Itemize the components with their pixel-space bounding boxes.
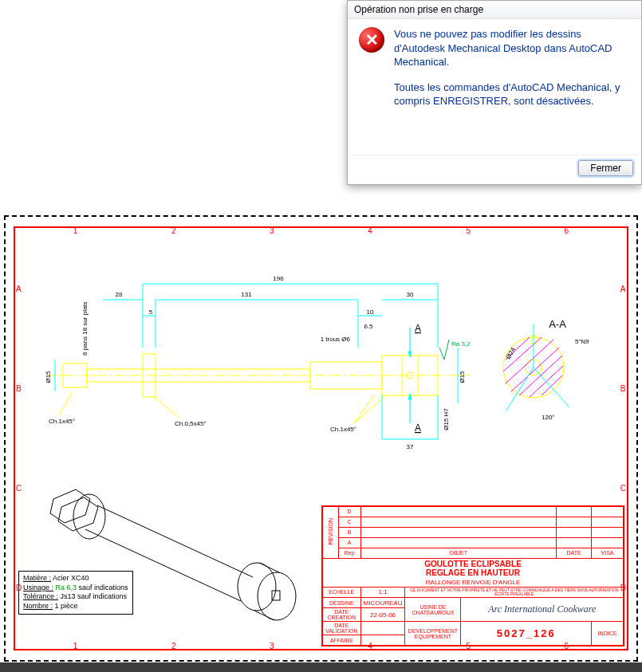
status-bar xyxy=(0,662,642,672)
ruler-num: 6 xyxy=(565,226,569,235)
ra-symbol: Ra 3,2 xyxy=(439,340,471,360)
ruler-num: 4 xyxy=(368,226,372,235)
dim-37: 37 xyxy=(407,443,414,450)
rev-cell: A xyxy=(338,537,360,548)
dim-n9: 5"N9 xyxy=(575,338,589,345)
ruler-letter: A xyxy=(16,285,22,293)
svg-line-43 xyxy=(534,367,569,407)
dim-d15r: Ø15 xyxy=(459,371,466,383)
echelle-lbl: ECHELLE xyxy=(323,587,361,598)
ruler-num: 1 xyxy=(73,226,78,235)
ruler-num: 3 xyxy=(270,642,274,650)
ruler-letter: A xyxy=(620,285,626,293)
svg-line-41 xyxy=(542,375,562,395)
rev-cell: C xyxy=(338,517,360,527)
svg-line-53 xyxy=(254,611,274,620)
affaire-lbl: AFFAIRE xyxy=(323,635,361,646)
section-mark-top: A xyxy=(415,323,421,334)
indice-lbl: INDICE xyxy=(592,622,624,646)
error-dialog: Opération non prise en charge ✕ Vous ne … xyxy=(347,0,642,185)
material-block: Matière : Acier XC40 Usinage : Ra 6,3 sa… xyxy=(18,571,133,615)
echelle-val: 1:1 xyxy=(360,587,405,598)
note-ch05: Ch.0,5x45° xyxy=(175,420,207,427)
hdr-date: DATE xyxy=(557,548,592,558)
svg-line-28 xyxy=(59,391,73,415)
rev-cell: D xyxy=(338,506,360,517)
dim-d15l: Ø15 xyxy=(45,371,52,383)
drawing-frame: 1 2 3 4 5 6 1 2 3 4 5 6 A B C D A B C D xyxy=(14,226,628,650)
title-block: REVISION D C B A Rep OBJET DATE VISA GOU… xyxy=(321,505,624,647)
title1: GOULOTTE ECLIPSABLE xyxy=(424,560,522,568)
section-title: A-A xyxy=(549,318,566,330)
usine: USINE DE CHATEAUROUX xyxy=(405,598,461,622)
nb-lbl: Nombre : xyxy=(23,602,53,610)
dateval-lbl: DATE VALIDATION xyxy=(323,622,361,635)
svg-marker-45 xyxy=(50,489,90,523)
drawing-sheet: 1 2 3 4 5 6 1 2 3 4 5 6 A B C D A B C D xyxy=(4,215,638,662)
rev-cell: B xyxy=(338,527,360,537)
svg-marker-26 xyxy=(408,352,412,357)
dessine-lbl: DESSINE xyxy=(323,598,361,608)
dialog-message: Vous ne pouvez pas modifier les dessins … xyxy=(394,27,630,151)
close-button[interactable]: Fermer xyxy=(578,160,633,176)
note-ch1: Ch.1x45° xyxy=(49,418,75,425)
svg-line-31 xyxy=(354,395,386,423)
datecrea-lbl: DATE CREATION xyxy=(323,608,361,622)
svg-marker-27 xyxy=(408,394,412,399)
dialog-footer: Fermer xyxy=(348,155,641,184)
mat-val: Acier XC40 xyxy=(53,574,89,582)
error-icon: ✕ xyxy=(359,27,384,53)
title2: REGLAGE EN HAUTEUR xyxy=(426,568,520,577)
dialog-title: Opération non prise en charge xyxy=(348,1,641,19)
usi-lbl: Usinage : xyxy=(23,584,53,591)
mat-lbl: Matière : xyxy=(23,574,51,582)
cad-views: 196 131 28 5 10 30 6.5 1 trous Ø6 37 Ø15… xyxy=(39,252,613,467)
ruler-num: 5 xyxy=(466,226,471,235)
dim-d24: Ø24 xyxy=(505,346,518,360)
svg-line-42 xyxy=(506,367,534,411)
svg-line-52 xyxy=(259,563,279,572)
dim-5: 5 xyxy=(149,308,153,316)
ruler-num: 2 xyxy=(171,226,176,235)
dim-ang120: 120° xyxy=(542,414,555,421)
svg-line-37 xyxy=(506,340,553,383)
ruler-top: 1 2 3 4 5 6 xyxy=(26,226,616,235)
dessine-val: MICOUREAU xyxy=(360,598,405,608)
dim-131: 131 xyxy=(241,291,252,298)
dim-28: 28 xyxy=(116,291,123,298)
dept: DEVELOPPEMENT EQUIPEMENT xyxy=(405,622,461,646)
dwg-number: 5027_126 xyxy=(461,622,592,646)
usi-txt: sauf indications xyxy=(77,584,128,591)
ruler-num: 2 xyxy=(171,642,176,650)
svg-marker-46 xyxy=(58,497,98,531)
datecrea-val: 22-05-06 xyxy=(360,608,405,622)
note-plats: 6 pans 18 sur plats xyxy=(81,301,89,356)
svg-point-51 xyxy=(258,572,296,620)
dialog-msg-1: Vous ne pouvez pas modifier les dessins … xyxy=(394,27,630,69)
svg-point-50 xyxy=(238,563,276,611)
dim-196: 196 xyxy=(273,275,284,282)
ra-label: Ra 3,2 xyxy=(451,340,471,348)
dim-holes: 1 trous Ø6 xyxy=(321,336,351,343)
hdr-objet: OBJET xyxy=(360,548,556,558)
dim-10: 10 xyxy=(367,308,374,316)
title3: RALLONGE RENVOIE D'ANGLE xyxy=(426,579,520,586)
ruler-letter: C xyxy=(620,484,626,493)
tol-lbl: Tolérance : xyxy=(23,592,58,600)
tol-val: Js13 sauf indications xyxy=(61,592,128,600)
svg-line-29 xyxy=(155,397,179,418)
dialog-body: ✕ Vous ne pouvez pas modifier les dessin… xyxy=(348,19,641,155)
dim-30: 30 xyxy=(407,291,414,298)
dialog-msg-2: Toutes les commandes d'AutoCAD Mechanica… xyxy=(394,81,630,108)
title-line: GOULOTTE ECLIPSABLE REGLAGE EN HAUTEUR R… xyxy=(323,558,624,587)
section-mark-bot: A xyxy=(415,422,421,434)
legal-notice: CE DOCUMENT ET NOTRE PROPRIETE ET NE PEU… xyxy=(405,587,624,598)
ruler-letter: B xyxy=(16,384,22,393)
dim-d15h7: Ø15 H7 xyxy=(443,408,450,430)
usi-ra: Ra 6,3 xyxy=(56,584,77,591)
ruler-letter: B xyxy=(620,384,626,393)
nb-val: 1 pièce xyxy=(55,602,78,610)
ruler-num: 1 xyxy=(73,642,78,650)
rev-cell: Rep xyxy=(338,548,360,558)
company: Arc International Cookware xyxy=(461,598,624,622)
